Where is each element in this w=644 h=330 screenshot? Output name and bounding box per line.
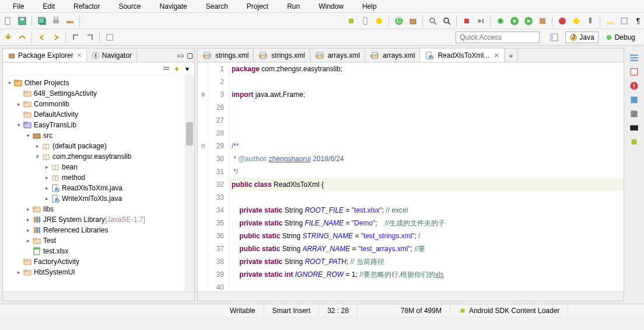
ext-tools-button[interactable] xyxy=(556,15,568,27)
outline-view-icon[interactable] xyxy=(629,53,639,63)
step-into-button[interactable] xyxy=(2,32,14,43)
tree-item[interactable]: ▸method xyxy=(3,172,194,183)
tree-item[interactable]: ▾com.zhengsr.easytranslib xyxy=(3,151,194,162)
print-button[interactable] xyxy=(50,15,62,27)
console-view-icon[interactable] xyxy=(629,123,639,133)
tree-item[interactable]: ▾EasyTransLib xyxy=(3,120,194,130)
tree-item[interactable]: ▸JRE System Library [JavaSE-1.7] xyxy=(3,214,194,225)
last-edit-button[interactable] xyxy=(70,32,82,43)
save-all-button[interactable] xyxy=(36,15,48,27)
editor-tab[interactable]: xmlstrings.xml xyxy=(198,48,254,62)
tree-item[interactable]: ▸libs xyxy=(3,204,194,214)
tree-item[interactable]: ▾src xyxy=(3,130,194,141)
terminate-button[interactable] xyxy=(461,15,473,27)
skip-button[interactable] xyxy=(475,15,487,27)
tree-item[interactable]: DefaultActivity xyxy=(3,109,194,120)
link-editor-icon[interactable] xyxy=(172,64,181,74)
menu-edit[interactable]: Edit xyxy=(33,1,64,12)
next-annotation-button[interactable] xyxy=(84,32,96,43)
tree-item[interactable]: ▸Test xyxy=(3,235,194,246)
horizontal-scrollbar[interactable] xyxy=(3,291,194,301)
editor-tab[interactable]: xmlarrays.xml xyxy=(310,48,365,62)
lint-button[interactable] xyxy=(373,15,385,27)
menu-project[interactable]: Project xyxy=(237,1,278,12)
tree-item[interactable]: FactoryActivity xyxy=(3,256,194,267)
toggle-mark-button[interactable] xyxy=(570,15,582,27)
run-button[interactable] xyxy=(509,15,520,27)
svg-rect-32 xyxy=(551,34,553,41)
minimize-icon[interactable]: ▭ xyxy=(176,51,185,60)
coverage-button[interactable] xyxy=(537,15,548,27)
menu-file[interactable]: File xyxy=(4,1,33,12)
pin-editor-button[interactable] xyxy=(104,32,116,43)
run-last-button[interactable] xyxy=(523,15,534,27)
svg-rect-94 xyxy=(630,60,638,61)
build-button[interactable] xyxy=(64,15,76,27)
problems-view-icon[interactable]: ! xyxy=(629,81,639,91)
tree-item[interactable]: ▸JReadXlsToXml.java xyxy=(3,183,194,193)
tree-item[interactable]: ▸HbtSystemUI xyxy=(3,267,194,277)
pin-button[interactable] xyxy=(584,15,596,27)
svg-rect-8 xyxy=(349,19,354,23)
toggle-block-button[interactable] xyxy=(618,15,630,27)
view-menu-icon[interactable]: ▾ xyxy=(183,64,192,74)
status-heap[interactable]: 78M of 499M xyxy=(393,304,450,317)
show-list-icon[interactable]: » xyxy=(505,48,518,62)
svg-rect-13 xyxy=(410,19,416,24)
editor-tab[interactable]: xmlstrings.xml xyxy=(254,48,310,62)
debug-button[interactable] xyxy=(495,15,506,27)
menu-help[interactable]: Help xyxy=(353,1,386,12)
tree-item[interactable]: ▸JWriteXmlToXls.java xyxy=(3,193,194,204)
tree-item[interactable]: ▸bean xyxy=(3,162,194,172)
vertical-scrollbar[interactable] xyxy=(185,75,194,291)
tab-package-explorer[interactable]: Package Explorer✕ xyxy=(3,50,87,61)
svg-rect-19 xyxy=(482,19,484,23)
tree-item[interactable]: ▸(default package) xyxy=(3,141,194,151)
close-icon[interactable]: ✕ xyxy=(494,51,499,60)
svg-line-17 xyxy=(448,22,450,25)
tab-navigator[interactable]: Navigator xyxy=(87,50,137,61)
menu-source[interactable]: Source xyxy=(109,1,150,12)
close-icon[interactable]: ✕ xyxy=(77,52,82,58)
new-button[interactable] xyxy=(2,15,14,27)
menu-navigate[interactable]: Navigate xyxy=(150,1,196,12)
android-sdk-button[interactable] xyxy=(345,15,357,27)
search-button[interactable] xyxy=(441,15,453,27)
menu-refactor[interactable]: Refactor xyxy=(64,1,109,12)
task-list-icon[interactable] xyxy=(629,67,639,77)
open-perspective-button[interactable] xyxy=(545,31,563,44)
tree-item[interactable]: ▾Other Projects xyxy=(3,78,194,88)
open-type-button[interactable] xyxy=(427,15,439,27)
tree-item[interactable]: ▸Commonlib xyxy=(3,99,194,109)
new-package-button[interactable] xyxy=(407,15,419,27)
editor-horizontal-scrollbar[interactable] xyxy=(198,291,624,301)
back-button[interactable] xyxy=(36,32,48,43)
maximize-icon[interactable]: ▢ xyxy=(185,51,194,60)
code-editor[interactable]: package com.zhengsr.easytranslib; import… xyxy=(229,62,624,291)
logcat-view-icon[interactable] xyxy=(629,137,639,147)
javadoc-view-icon[interactable] xyxy=(629,95,639,105)
declarations-view-icon[interactable] xyxy=(629,109,639,119)
menu-window[interactable]: Window xyxy=(309,1,353,12)
avd-button[interactable] xyxy=(359,15,371,27)
quick-access-input[interactable] xyxy=(456,32,540,43)
tree-item[interactable]: test.xlsx xyxy=(3,246,194,256)
save-button[interactable] xyxy=(16,15,28,27)
show-whitespace-button[interactable]: ¶ xyxy=(632,15,644,27)
forward-button[interactable] xyxy=(50,32,62,43)
perspective-java[interactable]: JJava xyxy=(565,32,598,43)
new-class-button[interactable]: C xyxy=(393,15,405,27)
collapse-all-icon[interactable] xyxy=(162,64,171,74)
tree-item[interactable]: ▸Referenced Libraries xyxy=(3,225,194,235)
menu-run[interactable]: Run xyxy=(278,1,309,12)
tree-item-label: WriteXmlToXls.java xyxy=(62,194,122,203)
svg-rect-66 xyxy=(33,207,36,209)
menu-search[interactable]: Search xyxy=(197,1,237,12)
step-over-button[interactable] xyxy=(16,32,28,43)
highlight-button[interactable] xyxy=(604,15,616,27)
editor-tab[interactable]: JReadXlsToXml...✕ xyxy=(420,48,505,62)
project-tree[interactable]: ▾Other Projects648_SettingsActivity▸Comm… xyxy=(3,75,194,291)
editor-tab[interactable]: xmlarrays.xml xyxy=(365,48,420,62)
perspective-debug[interactable]: Debug xyxy=(601,32,639,43)
tree-item[interactable]: 648_SettingsActivity xyxy=(3,88,194,99)
